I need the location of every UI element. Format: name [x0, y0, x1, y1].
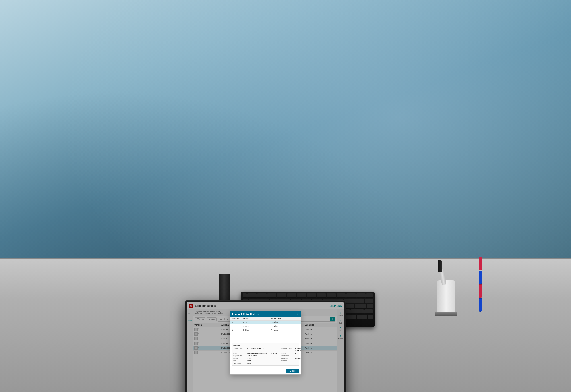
tube-blue-2 [479, 298, 482, 312]
key [317, 293, 326, 298]
microscope-body [437, 280, 455, 316]
key [364, 309, 373, 314]
key [355, 304, 366, 308]
modal-detail-label: Equipment: [233, 355, 247, 357]
modal-detail-value: 2. Stop [247, 357, 253, 359]
modal-detail-label: Lot: [233, 360, 247, 362]
modal-title: Logbook Entry History [232, 313, 259, 316]
key [277, 293, 286, 298]
modal-detail-row: Workorder:Lot2 [233, 362, 279, 364]
monitor-frame: OC Logbook Details SIEMENS Back Home [185, 301, 346, 392]
modal-detail-value: Routine [295, 357, 301, 359]
key [368, 315, 373, 319]
modal-detail-row: Subaction:Routine [281, 357, 301, 359]
modal-table-header: Version Action Subaction [230, 317, 301, 321]
modal-footer: Close [230, 367, 301, 374]
modal-detail-row: Equipment:APA81-MXQ [233, 355, 279, 357]
modal-detail-label: Product: [281, 360, 294, 362]
modal-rows: 3 2. Stop Routine 2 2. Stop Routine 1 2.… [230, 321, 301, 332]
modal-cell-action: 2. Stop [243, 321, 271, 323]
key [365, 299, 373, 303]
modal-detail-row: Comment: [281, 355, 301, 357]
key [350, 309, 364, 314]
modal-spacer [230, 332, 301, 343]
modal-cell-version: 3 [232, 321, 243, 323]
modal-detail-label: User: [233, 352, 247, 354]
key [357, 315, 362, 319]
key [355, 299, 364, 303]
modal-detail-label: Workorder: [233, 362, 247, 364]
tube-red-2 [479, 284, 482, 298]
modal-overlay: Logbook Entry History ✕ Version Action S… [187, 302, 344, 392]
modal-cell-subaction: Routine [271, 329, 299, 331]
modal-detail-value: APA81-MXQ [247, 355, 257, 357]
modal-detail-value: Lot2 [247, 362, 251, 364]
modal-detail-value: 3 [295, 352, 296, 354]
key [366, 293, 373, 298]
modal-cell-version: 2 [232, 325, 243, 327]
modal-detail-row: Action:2. Stop [233, 357, 279, 359]
modal-header: Logbook Entry History ✕ [230, 311, 301, 317]
modal-detail-label: Version: [281, 352, 294, 354]
tube-red-1 [479, 257, 482, 270]
modal-details-grid: Action Date:07/11/2022 02:58 PMCreation … [233, 348, 298, 364]
tube-blue-1 [479, 271, 482, 284]
modal-close-button[interactable]: Close [286, 369, 299, 373]
monitor-neck [219, 274, 230, 301]
modal-col-version: Version [232, 318, 243, 320]
modal-detail-row: Action Date:07/11/2022 02:58 PM [233, 348, 279, 352]
modal-cell-subaction: Routine [271, 325, 299, 327]
microscope [437, 280, 455, 316]
modal-detail-row: User:richard.laqunies@ocesph.onmicrosoft… [233, 352, 279, 354]
microscope-eyepiece [438, 260, 442, 272]
key [357, 293, 366, 298]
modal-detail-label: Action: [233, 357, 247, 359]
modal-detail-row: Product: [281, 360, 301, 362]
key [327, 293, 336, 298]
modal-cell-action: 2. Stop [243, 329, 271, 331]
key [346, 293, 356, 298]
modal-col-action: Action [243, 318, 271, 320]
key [307, 293, 316, 298]
modal-table-row[interactable]: 3 2. Stop Routine [230, 321, 301, 324]
modal-cell-action: 2. Stop [243, 325, 271, 327]
modal-details-title: Details [233, 345, 298, 347]
modal-detail-value: richard.laqunies@ocesph.onmicrosoft... [247, 352, 279, 354]
microscope-base [435, 312, 457, 316]
modal-detail-row: Creation Date:07/11/2022 03:01 PM [281, 348, 301, 352]
key [337, 293, 346, 298]
modal-detail-value: 07/11/2022 02:58 PM [247, 348, 265, 352]
modal-body: Version Action Subaction 3 2. Stop Routi… [230, 317, 301, 366]
modal-table-row[interactable]: 2 2. Stop Routine [230, 324, 301, 328]
key [287, 293, 296, 298]
key [362, 315, 367, 319]
modal-close-x-button[interactable]: ✕ [296, 313, 299, 316]
modal-cell-version: 1 [232, 329, 243, 331]
modal-details: Details Action Date:07/11/2022 02:58 PMC… [232, 343, 299, 366]
modal-detail-label: Action Date: [233, 348, 247, 352]
modal-detail-label: Subaction: [281, 357, 294, 359]
key [367, 304, 373, 308]
modal-detail-label: Creation Date: [281, 348, 294, 352]
lab-tubes-container [479, 257, 482, 312]
modal-detail-label: Comment: [281, 355, 294, 357]
modal-detail-row: Lot:Lot2 [233, 360, 279, 362]
modal: Logbook Entry History ✕ Version Action S… [230, 311, 301, 375]
modal-detail-row: Version:3 [281, 352, 301, 354]
modal-col-subaction: Subaction [271, 318, 299, 320]
modal-table-row[interactable]: 1 2. Stop Routine [230, 328, 301, 332]
key [267, 293, 276, 298]
modal-detail-value: Lot2 [247, 360, 251, 362]
monitor-screen: OC Logbook Details SIEMENS Back Home [187, 302, 344, 392]
key [297, 293, 306, 298]
modal-cell-subaction: Routine [271, 321, 299, 323]
modal-detail-value: 07/11/2022 03:01 PM [295, 348, 301, 352]
tube-rack [479, 257, 482, 312]
